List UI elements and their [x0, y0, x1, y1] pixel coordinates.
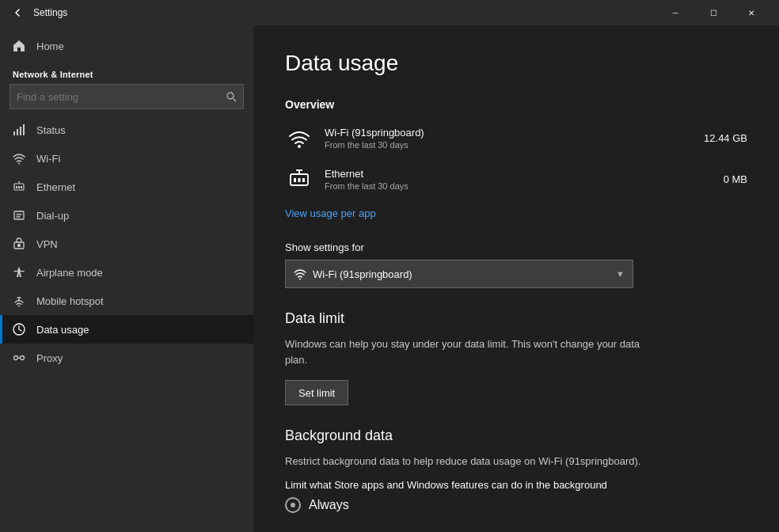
sidebar-section-label: Network & Internet [0, 60, 253, 84]
proxy-icon [13, 352, 25, 364]
svg-point-28 [291, 503, 295, 507]
search-icon [226, 91, 237, 102]
sidebar-item-home[interactable]: Home [0, 32, 253, 60]
svg-point-15 [18, 306, 20, 307]
svg-point-14 [18, 245, 21, 247]
svg-point-20 [298, 145, 301, 148]
show-settings-label: Show settings for [285, 241, 747, 253]
svg-rect-8 [16, 186, 17, 188]
svg-rect-3 [17, 129, 18, 135]
svg-point-18 [21, 356, 25, 360]
minimize-button[interactable]: ─ [657, 0, 694, 25]
wifi-usage-item: Wi-Fi (91springboard) From the last 30 d… [285, 124, 747, 152]
data-limit-title: Data limit [285, 310, 747, 327]
svg-point-0 [227, 93, 234, 99]
svg-line-1 [234, 99, 237, 102]
page-title: Data usage [285, 51, 747, 76]
back-button[interactable] [10, 5, 25, 21]
svg-rect-12 [14, 211, 24, 219]
ethernet-usage-item: Ethernet From the last 30 days 0 MB [285, 165, 747, 193]
window-controls: ─ ☐ ✕ [657, 0, 770, 25]
bg-data-title: Background data [285, 428, 747, 444]
always-label: Always [309, 498, 349, 512]
home-icon [13, 40, 25, 52]
ethernet-icon [13, 180, 25, 193]
always-item: Always [285, 497, 747, 513]
sidebar-item-status[interactable]: Status [0, 116, 253, 144]
dropdown-text: Wi-Fi (91springboard) [313, 268, 610, 280]
sidebar-item-proxy[interactable]: Proxy [0, 344, 253, 372]
titlebar: Settings ─ ☐ ✕ [0, 0, 779, 25]
bg-data-desc: Restrict background data to help reduce … [285, 454, 649, 469]
sidebar-item-datausage[interactable]: Data usage [0, 315, 253, 344]
airplane-icon [13, 266, 25, 279]
main-layout: Home Network & Internet [0, 25, 779, 532]
ethernet-usage-amount: 0 MB [724, 173, 747, 185]
wifi-usage-name: Wi-Fi (91springboard) [325, 127, 693, 139]
hotspot-icon [13, 294, 25, 307]
wifi-icon [13, 152, 25, 165]
close-button[interactable]: ✕ [733, 0, 770, 25]
sidebar-item-vpn[interactable]: VPN [0, 230, 253, 258]
ethernet-usage-name: Ethernet [325, 168, 712, 180]
svg-rect-23 [298, 178, 301, 182]
bg-data-sublabel: Limit what Store apps and Windows featur… [285, 479, 747, 491]
data-limit-desc: Windows can help you stay under your dat… [285, 336, 649, 367]
content-area: Data usage Overview Wi-Fi (91springboard… [253, 25, 779, 532]
status-icon [13, 124, 25, 136]
sidebar-item-airplane[interactable]: Airplane mode [0, 258, 253, 287]
svg-rect-4 [20, 127, 21, 135]
network-dropdown[interactable]: Wi-Fi (91springboard) ▼ [285, 260, 633, 288]
svg-rect-22 [294, 178, 296, 182]
dialup-icon [13, 209, 25, 222]
svg-rect-5 [23, 124, 25, 135]
view-usage-link[interactable]: View usage per app [285, 207, 376, 219]
dropdown-arrow-icon: ▼ [616, 269, 625, 279]
ethernet-usage-info: Ethernet From the last 30 days [325, 168, 712, 191]
dropdown-wifi-icon [294, 268, 306, 280]
wifi-usage-icon [285, 124, 314, 152]
search-input[interactable] [17, 91, 226, 103]
overview-section-title: Overview [285, 98, 747, 111]
svg-point-27 [299, 279, 301, 280]
ethernet-usage-icon [285, 165, 314, 193]
sidebar-item-dialup[interactable]: Dial-up [0, 201, 253, 230]
svg-rect-10 [21, 186, 22, 188]
search-box[interactable] [10, 84, 244, 109]
sidebar: Home Network & Internet [0, 25, 253, 532]
ethernet-usage-period: From the last 30 days [325, 181, 712, 191]
titlebar-title: Settings [33, 7, 657, 18]
vpn-icon [13, 238, 25, 250]
svg-point-17 [14, 356, 18, 360]
sidebar-item-hotspot[interactable]: Mobile hotspot [0, 287, 253, 315]
set-limit-button[interactable]: Set limit [285, 380, 348, 405]
data-usage-icon [13, 323, 25, 336]
wifi-usage-info: Wi-Fi (91springboard) From the last 30 d… [325, 127, 693, 150]
svg-point-6 [18, 163, 20, 165]
wifi-usage-period: From the last 30 days [325, 140, 693, 150]
wifi-usage-amount: 12.44 GB [704, 132, 747, 144]
svg-rect-24 [302, 178, 305, 182]
always-radio-icon [285, 497, 301, 513]
restore-button[interactable]: ☐ [695, 0, 732, 25]
sidebar-item-ethernet[interactable]: Ethernet [0, 173, 253, 201]
sidebar-item-wifi[interactable]: Wi-Fi [0, 144, 253, 173]
svg-rect-9 [18, 186, 20, 188]
svg-rect-2 [13, 131, 15, 135]
